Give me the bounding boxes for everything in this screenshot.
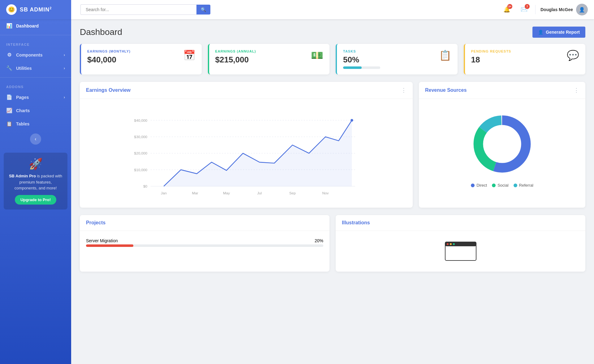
- stat-card-icon: 📋: [439, 49, 451, 61]
- card-menu-icon[interactable]: ⋮: [401, 87, 407, 94]
- legend-label-social: Social: [497, 183, 508, 188]
- stat-cards: EARNINGS (MONTHLY) $40,000 📅 EARNINGS (A…: [80, 44, 585, 74]
- sidebar-item-label: Dashboard: [16, 23, 39, 28]
- progress-bar-bg: [86, 244, 323, 247]
- project-percent: 20%: [315, 238, 323, 243]
- card-header: Revenue Sources ⋮: [419, 82, 585, 99]
- page-title: Dashboard: [80, 27, 122, 37]
- legend-label-referral: Referral: [519, 183, 533, 188]
- card-header: Earnings Overview ⋮: [80, 82, 413, 99]
- main-content: Dashboard 👤 Generate Report EARNINGS (MO…: [71, 19, 594, 364]
- svg-text:$30,000: $30,000: [134, 135, 148, 139]
- topnav-right: 🔔 3+ ✉️ 7 Douglas McGee 👤: [501, 3, 588, 16]
- tasks-bar: [343, 66, 380, 69]
- user-name: Douglas McGee: [540, 7, 573, 12]
- card-title: Revenue Sources: [425, 87, 467, 93]
- projects-table: Server Migration 20%: [86, 236, 323, 249]
- brand-icon: 😊: [6, 4, 17, 15]
- sidebar-item-charts[interactable]: 📈 Charts: [0, 104, 71, 117]
- svg-point-19: [447, 243, 449, 245]
- card-body: $0 $10,000 $20,000 $30,000 $40,000 Jan M…: [80, 99, 413, 208]
- stat-card-icon: 📅: [183, 49, 196, 61]
- card-body: Server Migration 20%: [80, 231, 329, 254]
- svg-point-21: [453, 243, 455, 245]
- stat-card-icon: 💵: [311, 49, 323, 61]
- stat-card-pending: PENDING REQUESTS 18 💬: [464, 44, 586, 74]
- sidebar-item-tables[interactable]: 📋 Tables: [0, 117, 71, 130]
- layout: 📊 Dashboard INTERFACE ⚙ Components › 🔧 U…: [0, 19, 594, 364]
- table-row: Server Migration 20%: [86, 236, 323, 249]
- notifications-button[interactable]: 🔔 3+: [501, 3, 513, 16]
- topnav: 😊 SB ADMIN2 🔍 🔔 3+ ✉️ 7 Douglas McGee 👤: [0, 0, 594, 19]
- upgrade-button[interactable]: Upgrade to Pro!: [15, 195, 56, 205]
- search-button[interactable]: 🔍: [196, 5, 210, 15]
- brand-name: SB ADMIN2: [20, 6, 52, 13]
- brand[interactable]: 😊 SB ADMIN2: [0, 0, 71, 19]
- chevron-right-icon: ›: [64, 66, 65, 70]
- stat-card-earnings-monthly: EARNINGS (MONTHLY) $40,000 📅: [80, 44, 202, 74]
- project-name: Server Migration: [86, 238, 118, 243]
- stat-card-tasks: TASKS 50% 📋: [336, 44, 458, 74]
- charts-row: Earnings Overview ⋮ $0: [80, 82, 585, 208]
- stat-card-left: EARNINGS (MONTHLY) $40,000: [87, 49, 131, 65]
- chevron-right-icon: ›: [64, 95, 65, 99]
- svg-text:Sep: Sep: [289, 191, 296, 195]
- chevron-right-icon: ›: [64, 53, 65, 57]
- card-header: Projects: [80, 215, 329, 231]
- revenue-sources-card: Revenue Sources ⋮: [419, 82, 585, 208]
- promo-rocket-icon: 🚀: [9, 158, 62, 171]
- search-input[interactable]: [80, 4, 196, 15]
- nav-divider: [535, 5, 536, 14]
- sidebar-item-components[interactable]: ⚙ Components ›: [0, 48, 71, 61]
- messages-button[interactable]: ✉️ 7: [518, 3, 530, 16]
- sidebar-item-label: Pages: [16, 95, 29, 100]
- earnings-fill-area: [164, 120, 352, 186]
- generate-report-button[interactable]: 👤 Generate Report: [532, 27, 585, 38]
- sidebar-item-dashboard[interactable]: 📊 Dashboard: [0, 19, 71, 32]
- charts-icon: 📈: [6, 108, 12, 113]
- search-form: 🔍: [80, 4, 210, 15]
- sidebar-divider-2: [0, 77, 71, 78]
- stat-card-icon: 💬: [567, 49, 579, 61]
- legend-dot-direct: [471, 184, 475, 187]
- card-body: [336, 231, 585, 272]
- legend-direct: Direct: [471, 183, 487, 188]
- data-point-end: [351, 119, 353, 122]
- stat-card-earnings-annual: EARNINGS (ANNUAL) $215,000 💵: [208, 44, 330, 74]
- legend-dot-social: [492, 184, 496, 187]
- tasks-progress-fill: [343, 66, 362, 69]
- sidebar-item-label: Utilities: [16, 66, 32, 71]
- svg-text:$20,000: $20,000: [134, 151, 148, 155]
- card-title: Illustrations: [342, 220, 370, 226]
- promo-text: SB Admin Pro is packed with premium feat…: [9, 173, 62, 191]
- card-menu-icon[interactable]: ⋮: [574, 87, 579, 94]
- legend-dot-referral: [514, 184, 517, 187]
- projects-card: Projects Server Migration 20%: [80, 215, 329, 272]
- svg-text:$10,000: $10,000: [134, 168, 148, 172]
- user-menu[interactable]: Douglas McGee 👤: [540, 4, 588, 15]
- svg-text:Mar: Mar: [192, 191, 198, 195]
- sidebar-item-label: Charts: [16, 108, 30, 113]
- svg-text:Nov: Nov: [322, 191, 329, 195]
- earnings-overview-card: Earnings Overview ⋮ $0: [80, 82, 413, 208]
- earnings-line-chart: $0 $10,000 $20,000 $30,000 $40,000 Jan M…: [86, 104, 407, 203]
- card-header: Illustrations: [336, 215, 585, 231]
- card-body: Direct Social Referral: [419, 99, 585, 199]
- sidebar-collapse-button[interactable]: ‹: [30, 133, 41, 145]
- svg-text:Jan: Jan: [161, 191, 167, 195]
- legend-label-direct: Direct: [476, 183, 487, 188]
- stat-card-left: EARNINGS (ANNUAL) $215,000: [215, 49, 256, 65]
- donut-chart: [468, 110, 536, 178]
- progress-bar-fill: [86, 244, 133, 247]
- card-title: Earnings Overview: [86, 87, 131, 93]
- dashboard-icon: 📊: [6, 23, 12, 29]
- sidebar-item-utilities[interactable]: 🔧 Utilities ›: [0, 61, 71, 75]
- sidebar-item-pages[interactable]: 📄 Pages ›: [0, 91, 71, 104]
- stat-card-left: PENDING REQUESTS 18: [471, 49, 511, 65]
- sidebar-divider-1: [0, 35, 71, 35]
- avatar: 👤: [576, 4, 588, 15]
- legend-referral: Referral: [514, 183, 533, 188]
- sidebar-section-interface: INTERFACE: [0, 38, 71, 48]
- promo-box: 🚀 SB Admin Pro is packed with premium fe…: [4, 153, 67, 210]
- tables-icon: 📋: [6, 121, 12, 127]
